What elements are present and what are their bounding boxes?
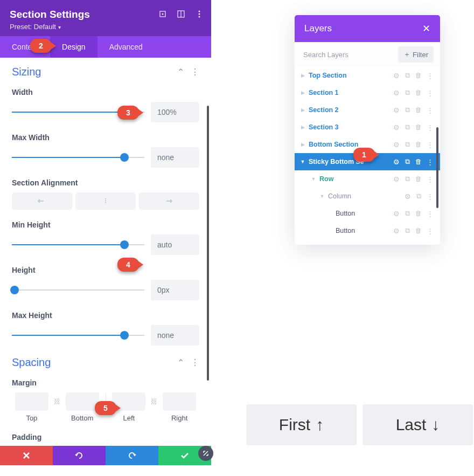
more-icon[interactable] — [195, 10, 204, 18]
preset-dropdown[interactable]: Preset: Default▾ — [10, 23, 201, 31]
more-icon[interactable]: ⋮ — [427, 175, 434, 183]
last-button[interactable]: Last↓ — [363, 404, 473, 445]
disclosure-icon[interactable]: ▼ — [310, 176, 317, 182]
expand-icon[interactable] — [198, 446, 213, 461]
maxwidth-slider[interactable] — [12, 157, 144, 158]
layer-item-selected[interactable]: Sticky Bottom Se — [306, 158, 393, 165]
disclosure-icon[interactable]: ▼ — [318, 194, 326, 199]
more-icon[interactable]: ⋮ — [427, 106, 434, 114]
gear-icon[interactable]: ⚙ — [393, 175, 400, 183]
scrollbar[interactable] — [207, 342, 209, 378]
duplicate-icon[interactable]: ⧉ — [404, 123, 411, 132]
redo-button[interactable] — [106, 446, 158, 465]
collapse-icon[interactable]: ⌃ — [177, 357, 184, 368]
duplicate-icon[interactable]: ⧉ — [404, 106, 411, 114]
align-right-button[interactable] — [139, 192, 199, 210]
maxheight-value[interactable]: none — [151, 325, 199, 346]
undo-button[interactable] — [53, 446, 106, 465]
gear-icon[interactable]: ⚙ — [393, 106, 400, 114]
layer-item[interactable]: Bottom Section — [306, 141, 393, 148]
minheight-slider[interactable] — [12, 244, 144, 245]
panel-icon[interactable] — [177, 10, 185, 18]
slider-thumb[interactable] — [120, 240, 129, 249]
maxwidth-value[interactable]: none — [151, 147, 199, 168]
tab-design[interactable]: Design — [50, 36, 97, 58]
duplicate-icon[interactable]: ⧉ — [415, 192, 422, 201]
section-more-icon[interactable]: ⋮ — [191, 67, 199, 77]
duplicate-icon[interactable]: ⧉ — [404, 227, 411, 235]
link-icon[interactable]: ⛓ — [149, 392, 159, 411]
height-slider[interactable] — [12, 289, 144, 291]
layer-item[interactable]: Top Section — [306, 72, 393, 79]
more-icon[interactable]: ⋮ — [427, 192, 434, 201]
duplicate-icon[interactable]: ⧉ — [404, 89, 411, 97]
trash-icon[interactable]: 🗑 — [415, 141, 422, 149]
duplicate-icon[interactable]: ⧉ — [404, 210, 411, 218]
filter-button[interactable]: ＋Filter — [398, 46, 434, 63]
gear-icon[interactable]: ⚙ — [404, 192, 411, 201]
duplicate-icon[interactable]: ⧉ — [404, 72, 411, 80]
link-icon[interactable]: ⛓ — [52, 392, 62, 411]
trash-icon[interactable]: 🗑 — [415, 210, 422, 218]
more-icon[interactable]: ⋮ — [427, 123, 434, 132]
gear-icon[interactable]: ⚙ — [393, 123, 400, 132]
more-icon[interactable]: ⋮ — [427, 141, 434, 149]
more-icon[interactable]: ⋮ — [427, 210, 434, 218]
trash-icon[interactable]: 🗑 — [415, 106, 422, 114]
collapse-icon[interactable]: ⌃ — [177, 67, 184, 77]
layer-item[interactable]: Button — [333, 227, 393, 234]
more-icon[interactable]: ⋮ — [427, 89, 434, 97]
align-center-button[interactable] — [75, 192, 136, 210]
gear-icon[interactable]: ⚙ — [393, 210, 400, 218]
disclosure-icon[interactable]: ▶ — [299, 142, 306, 147]
target-icon[interactable] — [158, 10, 167, 18]
layer-item[interactable]: Row — [317, 175, 393, 183]
minheight-value[interactable]: auto — [151, 234, 199, 255]
trash-icon[interactable]: 🗑 — [415, 175, 422, 183]
more-icon[interactable]: ⋮ — [427, 158, 434, 166]
trash-icon[interactable]: 🗑 — [415, 123, 422, 132]
layer-item[interactable]: Section 3 — [306, 123, 393, 131]
disclosure-icon[interactable]: ▶ — [299, 73, 306, 78]
disclosure-icon[interactable]: ▶ — [299, 90, 306, 95]
tab-advanced[interactable]: Advanced — [97, 36, 155, 58]
gear-icon[interactable]: ⚙ — [393, 72, 400, 80]
gear-icon[interactable]: ⚙ — [393, 89, 400, 97]
maxheight-slider[interactable] — [12, 335, 144, 336]
disclosure-icon[interactable]: ▶ — [299, 107, 306, 113]
cancel-button[interactable] — [0, 446, 53, 465]
gear-icon[interactable]: ⚙ — [393, 227, 400, 235]
duplicate-icon[interactable]: ⧉ — [404, 158, 411, 166]
disclosure-icon[interactable]: ▼ — [299, 159, 306, 164]
trash-icon[interactable]: 🗑 — [415, 227, 422, 235]
slider-thumb[interactable] — [120, 331, 129, 340]
gear-icon[interactable]: ⚙ — [393, 141, 400, 149]
trash-icon[interactable]: 🗑 — [415, 89, 422, 97]
scrollbar[interactable] — [207, 106, 209, 381]
more-icon[interactable]: ⋮ — [427, 227, 434, 235]
close-icon[interactable]: ✕ — [422, 23, 430, 35]
slider-thumb[interactable] — [10, 286, 19, 294]
layer-item[interactable]: Column — [326, 192, 404, 200]
section-more-icon[interactable]: ⋮ — [191, 357, 199, 368]
search-input[interactable]: Search Layers — [301, 47, 394, 62]
more-icon[interactable]: ⋮ — [427, 72, 434, 80]
height-value[interactable]: 0px — [151, 280, 199, 300]
width-value[interactable]: 100% — [151, 102, 199, 122]
duplicate-icon[interactable]: ⧉ — [404, 175, 411, 183]
disclosure-icon[interactable]: ▶ — [299, 125, 306, 130]
layer-item[interactable]: Section 2 — [306, 106, 393, 114]
trash-icon[interactable]: 🗑 — [415, 72, 422, 80]
margin-top-input[interactable] — [15, 392, 48, 411]
first-button[interactable]: First↑ — [246, 404, 357, 445]
duplicate-icon[interactable]: ⧉ — [404, 141, 411, 149]
margin-bottom-input[interactable] — [66, 392, 99, 411]
scrollbar[interactable] — [436, 127, 438, 208]
layer-item[interactable]: Section 1 — [306, 89, 393, 96]
panel-content[interactable]: Sizing ⌃ ⋮ Width 100% Max Width — [0, 56, 211, 447]
trash-icon[interactable]: 🗑 — [415, 158, 422, 166]
layer-item[interactable]: Button — [333, 210, 393, 217]
gear-icon[interactable]: ⚙ — [393, 158, 400, 166]
slider-thumb[interactable] — [120, 153, 129, 162]
align-left-button[interactable] — [12, 192, 72, 210]
